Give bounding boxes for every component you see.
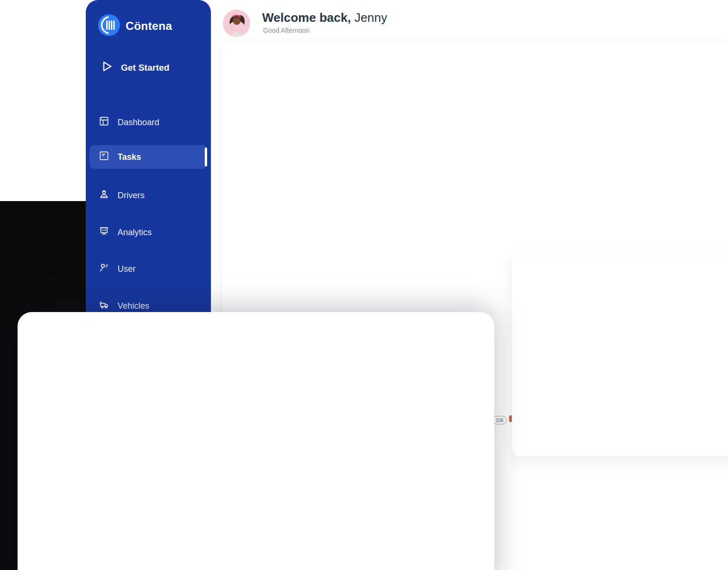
greeting-text: Good Afternoon [263,27,309,34]
tasks-icon [99,150,109,164]
sidebar-item-drivers[interactable]: Drivers [90,184,207,207]
tasks-overview-panel [18,312,494,570]
sidebar-item-dashboard[interactable]: Dashboard [90,110,207,134]
sidebar: Cöntena Get Started Dashboard Tasks Driv… [86,0,211,323]
sidebar-item-analytics[interactable]: Analytics [90,221,207,244]
contena-logo-icon [98,14,120,38]
analytics-icon [99,226,109,239]
play-icon [102,61,112,74]
welcome-bold: Welcome back, [262,10,351,25]
sidebar-item-label: Tasks [118,152,141,162]
vehicles-icon [99,299,109,313]
sidebar-item-tasks[interactable]: Tasks [90,145,207,169]
user-icon [99,262,109,276]
sidebar-item-label: Dashboard [118,118,159,128]
road-shield-badge: 106 [492,416,507,424]
user-avatar[interactable] [223,9,250,37]
dashboard-icon [99,116,109,129]
sidebar-item-label: User [118,264,136,274]
sidebar-item-label: Vehicles [118,301,149,311]
sidebar-item-label: Drivers [118,191,145,201]
sidebar-item-label: Analytics [118,228,152,238]
welcome-name: Jenny [355,10,387,25]
get-started-button[interactable]: Get Started [102,61,169,74]
sidebar-item-user[interactable]: User [90,257,207,281]
trip-summary-card [512,255,728,456]
brand-logo: Cöntena [98,14,172,38]
drivers-icon [99,189,109,202]
welcome-heading: Welcome back, Jenny [262,10,387,25]
brand-name: Cöntena [126,19,172,33]
get-started-label: Get Started [121,63,169,73]
